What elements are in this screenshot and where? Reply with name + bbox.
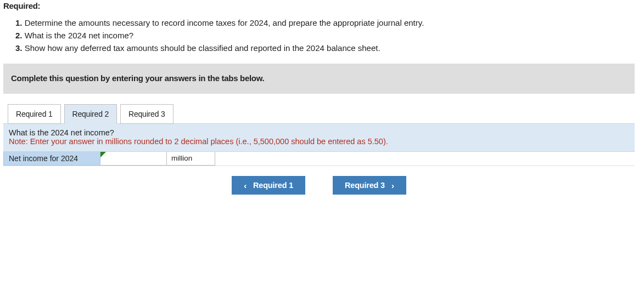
requirement-item: 1. Determine the amounts necessary to re… <box>15 17 641 29</box>
tab-content: What is the 2024 net income? Note: Enter… <box>3 123 635 152</box>
chevron-right-icon: › <box>391 181 394 190</box>
requirement-item: 2. What is the 2024 net income? <box>15 30 641 41</box>
item-text: Show how any deferred tax amounts should… <box>25 43 380 53</box>
item-number: 3. <box>15 43 23 53</box>
requirements-list: 1. Determine the amounts necessary to re… <box>15 17 641 54</box>
chevron-left-icon: ‹ <box>244 181 247 190</box>
tabs-row: Required 1 Required 2 Required 3 <box>3 104 635 123</box>
prev-button-label: Required 1 <box>253 181 293 190</box>
next-button-label: Required 3 <box>345 181 385 190</box>
tab-question: What is the 2024 net income? <box>9 128 629 137</box>
item-number: 2. <box>15 31 23 40</box>
tab-required-1[interactable]: Required 1 <box>8 104 61 124</box>
answer-label: Net income for 2024 <box>3 152 100 166</box>
next-button[interactable]: Required 3 › <box>333 176 406 195</box>
nav-buttons: ‹ Required 1 Required 3 › <box>3 166 635 195</box>
requirement-item: 3. Show how any deferred tax amounts sho… <box>15 42 641 54</box>
tab-note: Note: Enter your answer in millions roun… <box>9 137 629 146</box>
item-text: What is the 2024 net income? <box>25 31 133 40</box>
tab-required-3[interactable]: Required 3 <box>120 104 173 124</box>
item-text: Determine the amounts necessary to recor… <box>25 18 424 27</box>
item-number: 1. <box>15 18 23 27</box>
net-income-input[interactable] <box>103 152 166 165</box>
tab-required-2[interactable]: Required 2 <box>64 104 117 124</box>
instruction-bar: Complete this question by entering your … <box>3 64 635 94</box>
answer-input-cell[interactable] <box>100 152 167 166</box>
required-heading: Required: <box>3 1 641 10</box>
prev-button[interactable]: ‹ Required 1 <box>232 176 305 195</box>
answer-unit: million <box>167 152 215 166</box>
answer-row: Net income for 2024 million <box>3 152 635 166</box>
